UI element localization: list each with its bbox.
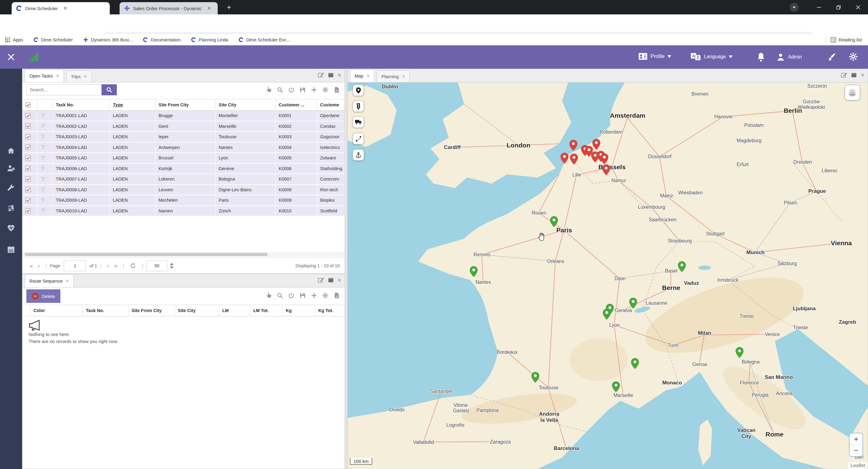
table-row[interactable]: TRAJ0003-LADLADENIeperToulouseK0003Gogoz… [22, 132, 345, 143]
green-map-marker[interactable] [678, 261, 686, 272]
tab-close-icon[interactable]: ✕ [366, 73, 370, 78]
red-map-marker[interactable] [570, 154, 578, 165]
hand-pointer-icon[interactable] [266, 292, 272, 299]
page-size-input[interactable]: 50 [147, 260, 167, 271]
browser-tab-dime-scheduler[interactable]: Dime.Scheduler ✕ [12, 2, 110, 14]
last-page-icon[interactable]: » [114, 262, 118, 269]
bookmark-documentation[interactable]: Documentation [143, 37, 181, 42]
column-header[interactable]: Kg Tot. [315, 305, 345, 316]
row-checkbox[interactable] [26, 145, 31, 150]
filter-funnel-icon[interactable] [40, 134, 46, 139]
horizontal-scrollbar[interactable] [22, 252, 345, 257]
bookmark-apps[interactable]: Apps [5, 37, 23, 42]
profile-menu[interactable]: Profile [638, 53, 671, 60]
panel-close-icon[interactable]: ✕ [338, 277, 342, 283]
column-header[interactable]: Site City [175, 305, 219, 316]
panel-window-icon[interactable] [851, 72, 857, 78]
window-minimize-button[interactable] [809, 0, 829, 14]
column-header[interactable]: LM [219, 305, 250, 316]
row-checkbox-cell[interactable] [22, 195, 37, 206]
row-checkbox[interactable] [26, 113, 31, 118]
column-header[interactable]: Customer ... [276, 99, 317, 111]
map-control-trucks[interactable] [352, 117, 364, 128]
tab-planning[interactable]: Planning✕ [377, 70, 410, 82]
paintbrush-icon[interactable] [827, 52, 836, 61]
table-row[interactable]: TRAJ0002-LADLADENGentMarseilleK0002Conda… [22, 121, 345, 132]
power-icon[interactable] [288, 87, 294, 93]
column-header[interactable]: Site From City [155, 99, 216, 111]
column-header[interactable]: Kg [283, 305, 315, 316]
zoom-icon[interactable] [277, 292, 283, 299]
column-header[interactable]: Color [30, 305, 83, 316]
save-icon[interactable] [300, 87, 306, 93]
power-icon[interactable] [288, 292, 294, 299]
spinner-up-icon[interactable] [170, 263, 174, 265]
tab-open-tasks[interactable]: Open Tasks✕ [25, 69, 64, 82]
row-checkbox[interactable] [26, 166, 31, 171]
delete-button[interactable]: Delete [26, 289, 60, 303]
new-tab-button[interactable]: + [227, 3, 231, 12]
tab-close-icon[interactable]: ✕ [402, 74, 405, 79]
red-map-marker[interactable] [560, 153, 568, 164]
row-checkbox[interactable] [26, 155, 31, 161]
tab-route-sequence[interactable]: Route Sequence✕ [25, 274, 73, 287]
column-header[interactable] [22, 99, 37, 111]
table-row[interactable]: TRAJ0010-LADLADENNamenZürichK0010Scotfie… [22, 206, 345, 217]
tab-close-icon[interactable]: ✕ [84, 74, 87, 79]
row-checkbox[interactable] [26, 134, 31, 139]
search-button[interactable] [101, 84, 117, 95]
row-checkbox-cell[interactable] [22, 111, 37, 121]
red-map-marker[interactable] [569, 140, 577, 151]
settings-gear-icon[interactable] [322, 292, 329, 299]
column-header[interactable]: Task No. [53, 99, 110, 111]
tab-close-icon[interactable]: ✕ [63, 5, 67, 11]
panel-edit-icon[interactable] [841, 72, 847, 78]
bookmark-dime-scheduler-exc[interactable]: Dime.Scheduler Exc... [239, 37, 290, 42]
bookmark-planning-linda[interactable]: Planning Linda [191, 37, 228, 42]
tab-close-icon[interactable]: ✕ [66, 279, 69, 283]
table-row[interactable]: TRAJ0005-LADLADENBrusselLyonK0005Zotware [22, 153, 345, 164]
column-header[interactable]: Type [110, 99, 155, 111]
scrollbar-thumb[interactable] [25, 253, 268, 256]
notifications-bell-icon[interactable] [756, 52, 766, 62]
map-attribution[interactable]: Leaflet [848, 462, 868, 469]
green-map-marker[interactable] [736, 347, 744, 358]
tab-map[interactable]: Map✕ [350, 69, 374, 82]
map-marker-pin[interactable] [470, 266, 478, 277]
sidebar-item-health[interactable] [4, 221, 18, 235]
sidebar-item-calendar[interactable] [4, 243, 18, 256]
map-control-anchor[interactable] [352, 149, 364, 161]
panel-edit-icon[interactable] [318, 277, 324, 283]
filter-funnel-icon[interactable] [40, 177, 46, 182]
tab-trips[interactable]: Trips✕ [66, 70, 92, 82]
map-marker-pin[interactable] [531, 372, 539, 383]
map-marker-pin[interactable] [603, 309, 611, 320]
media-controls-button[interactable] [789, 3, 799, 12]
map-marker-pin[interactable] [585, 146, 593, 157]
window-close-button[interactable] [848, 0, 868, 14]
red-map-marker[interactable] [600, 153, 608, 164]
settings-gear-icon[interactable] [322, 87, 329, 93]
table-row[interactable]: TRAJ0001-LADLADENBruggeMontellierK0001Op… [22, 111, 345, 121]
hand-pointer-icon[interactable] [266, 87, 272, 93]
zoom-out-button[interactable]: − [849, 445, 863, 457]
export-excel-icon[interactable]: x [334, 87, 340, 93]
app-logo-chart-icon[interactable] [28, 51, 40, 63]
map-marker-pin[interactable] [569, 140, 577, 151]
column-header[interactable]: Site From City [128, 305, 175, 316]
column-header[interactable]: Custome [317, 99, 345, 111]
green-map-marker[interactable] [629, 298, 637, 309]
filter-funnel-icon[interactable] [40, 145, 46, 150]
row-checkbox-cell[interactable] [22, 164, 37, 174]
filter-funnel-icon[interactable] [40, 155, 46, 161]
tab-close-icon[interactable]: ✕ [207, 5, 211, 11]
add-icon[interactable] [311, 87, 317, 93]
settings-gear-icon[interactable] [849, 52, 858, 61]
red-map-marker[interactable] [602, 164, 610, 175]
bookmark-dynamics365[interactable]: Dynamics 365 Busi... [83, 37, 132, 42]
table-row[interactable]: TRAJ0008-LADLADENLeuvenDigne-Les-BainsK0… [22, 185, 345, 195]
map-marker-pin[interactable] [602, 164, 610, 175]
green-map-marker[interactable] [470, 266, 478, 277]
bookmark-dime-scheduler[interactable]: Dime.Scheduler [33, 37, 73, 42]
sidebar-item-filters[interactable] [4, 201, 18, 215]
